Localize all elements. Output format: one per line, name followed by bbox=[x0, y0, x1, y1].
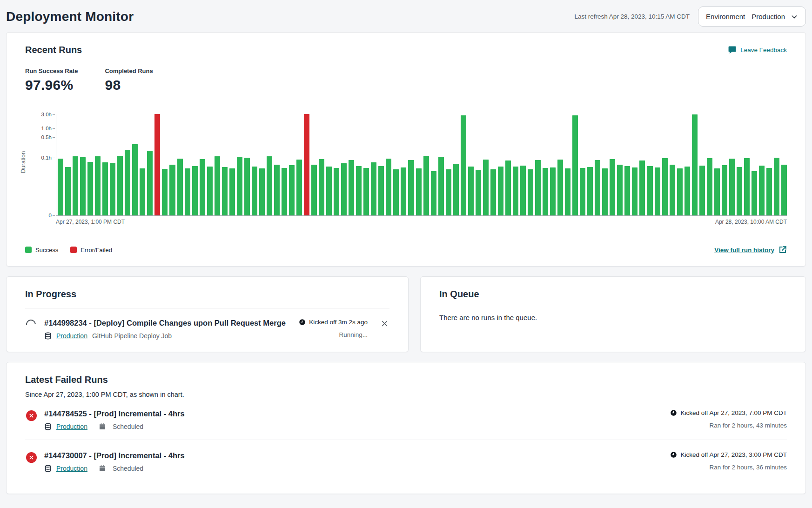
view-history-link[interactable]: View full run history bbox=[714, 246, 787, 254]
chart-bar[interactable] bbox=[58, 159, 63, 215]
chart-bar[interactable] bbox=[110, 163, 115, 215]
environment-link[interactable]: Production bbox=[56, 465, 87, 472]
chart-bar[interactable] bbox=[528, 169, 533, 215]
chart-bar[interactable] bbox=[274, 165, 280, 215]
chart-bar[interactable] bbox=[707, 158, 712, 215]
chart-bar[interactable] bbox=[684, 167, 690, 215]
chart-bar[interactable] bbox=[252, 167, 257, 215]
chart-bar[interactable] bbox=[393, 169, 399, 215]
chart-bar[interactable] bbox=[505, 160, 511, 215]
chart-bar[interactable] bbox=[550, 167, 556, 215]
chart-bar[interactable] bbox=[192, 166, 198, 215]
chart-bar[interactable] bbox=[102, 162, 108, 215]
chart-bar[interactable] bbox=[416, 168, 422, 215]
chart-bar[interactable] bbox=[438, 157, 444, 215]
chart-bar[interactable] bbox=[259, 168, 265, 215]
chart-bar[interactable] bbox=[73, 156, 78, 215]
chart-bar[interactable] bbox=[162, 169, 168, 215]
chart-bar[interactable] bbox=[386, 159, 391, 215]
chart-bar[interactable] bbox=[125, 150, 130, 215]
chart-bar[interactable] bbox=[766, 168, 772, 215]
chart-bar[interactable] bbox=[341, 163, 347, 215]
chart-bar[interactable] bbox=[207, 167, 213, 215]
chart-bar[interactable] bbox=[177, 159, 183, 215]
chart-bar[interactable] bbox=[781, 165, 787, 215]
chart-bar[interactable] bbox=[132, 144, 138, 215]
chart-bar[interactable] bbox=[744, 158, 750, 215]
chart-bar[interactable] bbox=[215, 156, 220, 215]
chart-bar[interactable] bbox=[722, 165, 727, 215]
chart-bar[interactable] bbox=[237, 157, 242, 215]
chart-bar[interactable] bbox=[632, 167, 638, 215]
chart-bar[interactable] bbox=[334, 168, 339, 215]
chart-bar[interactable] bbox=[453, 164, 459, 215]
chart-bar[interactable] bbox=[565, 168, 570, 215]
close-button[interactable] bbox=[380, 319, 389, 330]
chart-bar[interactable] bbox=[468, 167, 474, 215]
chart-bar[interactable] bbox=[670, 165, 675, 215]
chart-bar[interactable] bbox=[65, 167, 71, 215]
chart-bar[interactable] bbox=[356, 166, 362, 215]
chart-bar[interactable] bbox=[714, 168, 720, 215]
chart-bar[interactable] bbox=[117, 156, 123, 215]
chart-bar[interactable] bbox=[378, 166, 384, 215]
chart-bar[interactable] bbox=[401, 167, 406, 215]
chart-bar[interactable] bbox=[587, 167, 593, 215]
environment-dropdown[interactable]: Environment Production bbox=[698, 7, 806, 27]
chart-bar[interactable] bbox=[655, 167, 660, 215]
chart-bar[interactable] bbox=[222, 167, 228, 215]
chart-bar[interactable] bbox=[95, 156, 101, 215]
chart-bar[interactable] bbox=[200, 159, 205, 215]
chart-bar[interactable] bbox=[169, 165, 175, 215]
chart-bar[interactable] bbox=[147, 151, 153, 215]
chart-bar[interactable] bbox=[759, 166, 765, 215]
chart-bar[interactable] bbox=[535, 160, 541, 215]
chart-bar[interactable] bbox=[363, 168, 369, 215]
chart-bar[interactable] bbox=[662, 158, 668, 215]
chart-bar[interactable] bbox=[647, 166, 652, 215]
chart-bar[interactable] bbox=[602, 168, 608, 215]
chart-bar[interactable] bbox=[699, 166, 705, 215]
chart-bar[interactable] bbox=[371, 162, 376, 215]
chart-bar[interactable] bbox=[408, 160, 414, 215]
chart-bar[interactable] bbox=[431, 171, 436, 215]
chart-bar[interactable] bbox=[80, 157, 86, 215]
chart-bar[interactable] bbox=[513, 167, 518, 215]
chart-bar[interactable] bbox=[282, 168, 287, 215]
chart-bar[interactable] bbox=[461, 115, 466, 215]
chart-bar[interactable] bbox=[423, 156, 429, 215]
chart-bar[interactable] bbox=[244, 158, 250, 215]
chart-bar-error[interactable] bbox=[304, 114, 309, 215]
chart-bar[interactable] bbox=[319, 159, 324, 215]
chart-bar[interactable] bbox=[617, 165, 623, 215]
chart-bar[interactable] bbox=[752, 171, 757, 215]
chart-bar[interactable] bbox=[446, 169, 451, 215]
chart-bar[interactable] bbox=[490, 169, 496, 215]
chart-bar[interactable] bbox=[311, 165, 317, 215]
chart-bar[interactable] bbox=[326, 167, 332, 215]
chart-bar[interactable] bbox=[185, 168, 190, 215]
chart-bar[interactable] bbox=[267, 156, 272, 215]
chart-bar[interactable] bbox=[610, 159, 615, 215]
chart-bar[interactable] bbox=[289, 165, 295, 215]
chart-bar[interactable] bbox=[296, 160, 302, 215]
environment-link[interactable]: Production bbox=[56, 332, 87, 340]
chart-bar[interactable] bbox=[595, 160, 600, 215]
chart-bar[interactable] bbox=[677, 168, 683, 215]
chart-bar[interactable] bbox=[572, 115, 578, 215]
chart-bar[interactable] bbox=[483, 160, 489, 215]
chart-bar-error[interactable] bbox=[154, 114, 160, 215]
chart-bar[interactable] bbox=[229, 168, 235, 215]
chart-bar[interactable] bbox=[498, 167, 503, 215]
chart-bar[interactable] bbox=[87, 162, 93, 215]
chart-bar[interactable] bbox=[349, 160, 354, 215]
chart-bar[interactable] bbox=[543, 168, 548, 215]
chart-bar[interactable] bbox=[624, 166, 630, 215]
leave-feedback-link[interactable]: Leave Feedback bbox=[728, 46, 787, 54]
environment-link[interactable]: Production bbox=[56, 423, 87, 430]
chart-bar[interactable] bbox=[774, 158, 779, 215]
chart-bar[interactable] bbox=[557, 160, 563, 215]
chart-bar[interactable] bbox=[476, 170, 481, 215]
chart-bar[interactable] bbox=[140, 168, 145, 215]
chart-bar[interactable] bbox=[737, 167, 742, 215]
